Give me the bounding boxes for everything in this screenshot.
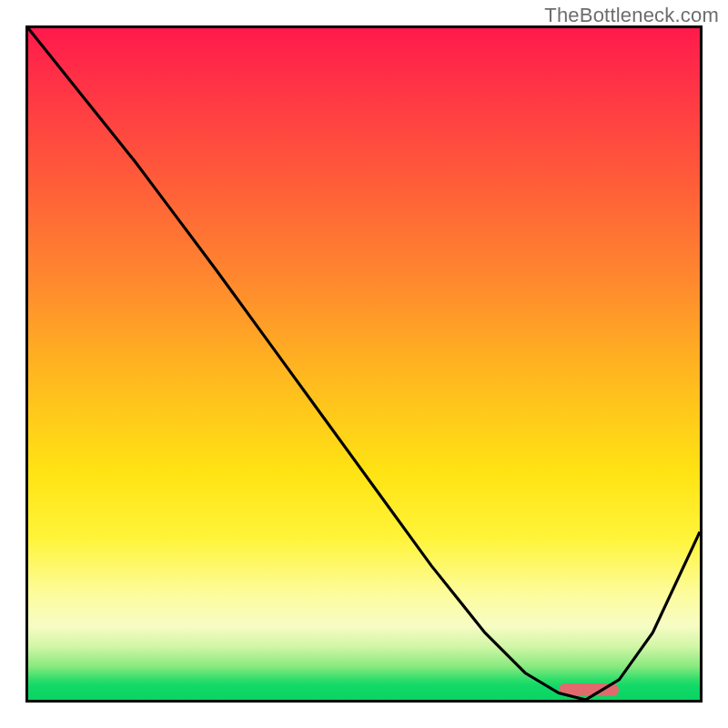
chart-frame <box>25 25 703 703</box>
curve-path <box>28 28 700 700</box>
chart-container: TheBottleneck.com <box>0 0 728 728</box>
bottleneck-curve <box>28 28 700 700</box>
watermark-text: TheBottleneck.com <box>544 4 719 27</box>
